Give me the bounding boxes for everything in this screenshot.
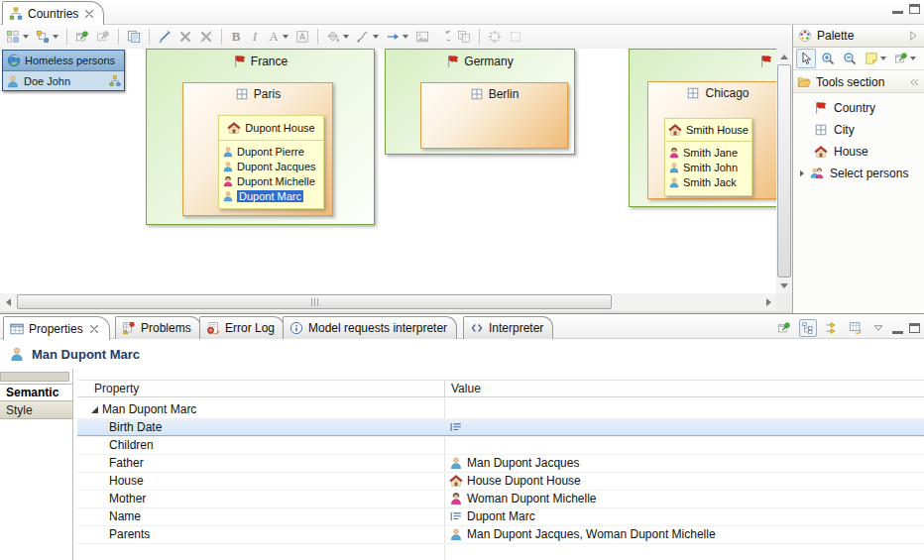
city-title[interactable]: Chicago xyxy=(648,82,776,100)
pin-view-button[interactable] xyxy=(775,319,793,337)
sync-table-button[interactable] xyxy=(847,319,865,337)
column-value[interactable]: Value xyxy=(444,381,924,396)
chevron-down-icon[interactable] xyxy=(23,35,29,39)
pin-tool-button[interactable] xyxy=(891,49,919,68)
node-city-paris[interactable]: Paris Dupont House Dupont Pierre xyxy=(182,82,333,216)
horizontal-scroll-thumb[interactable] xyxy=(17,294,612,309)
tree-layout-button[interactable] xyxy=(799,319,817,337)
node-person[interactable]: Smith John xyxy=(668,160,750,174)
tab-style[interactable]: Style xyxy=(0,401,72,419)
italic-button[interactable]: I xyxy=(247,27,263,47)
bold-button[interactable]: B xyxy=(228,27,244,47)
chevron-down-icon[interactable] xyxy=(910,56,916,60)
table-row[interactable]: Father Man Dupont Jacques xyxy=(77,454,924,472)
view-menu-button[interactable] xyxy=(870,320,886,336)
chevron-down-icon[interactable] xyxy=(880,56,886,60)
node-homeless-persons[interactable]: Homeless persons Doe John xyxy=(2,50,125,91)
palette-item-city[interactable]: City xyxy=(793,119,924,141)
delete-from-model-button[interactable] xyxy=(197,28,215,46)
node-person-selected[interactable]: Dupont Marc xyxy=(222,188,321,203)
scroll-down-button[interactable] xyxy=(776,278,792,293)
table-row[interactable]: Name Dupont Marc xyxy=(77,507,924,525)
font-color-button[interactable]: A xyxy=(266,27,290,47)
pin-elements-button[interactable] xyxy=(73,28,91,46)
palette-item-country[interactable]: Country xyxy=(793,97,924,119)
horizontal-scrollbar[interactable] xyxy=(0,293,776,311)
palette-item-house[interactable]: House xyxy=(793,141,924,163)
show-advanced-button[interactable] xyxy=(823,319,841,337)
palette-section-tools[interactable]: Tools section xyxy=(793,72,924,93)
city-title[interactable]: Paris xyxy=(183,83,332,101)
homeless-persons-header[interactable]: Homeless persons xyxy=(3,51,124,71)
node-doe-john[interactable]: Doe John xyxy=(3,71,124,90)
table-row[interactable]: House House Dupont House xyxy=(77,472,924,490)
tab-properties[interactable]: Properties xyxy=(3,316,110,340)
node-country-germany[interactable]: Germany Berlin xyxy=(385,49,575,155)
expander-expanded-icon[interactable] xyxy=(91,406,98,413)
table-row[interactable]: Children xyxy=(77,436,924,454)
collapse-all-icon[interactable] xyxy=(908,76,920,88)
node-person[interactable]: Smith Jack xyxy=(668,174,750,189)
palette-item-select-persons[interactable]: Select persons xyxy=(793,163,924,184)
tab-interpreter[interactable]: Interpreter xyxy=(463,316,553,339)
expander-icon[interactable] xyxy=(800,170,804,176)
copy-layout-button[interactable] xyxy=(455,28,473,46)
minimize-view-icon[interactable] xyxy=(892,324,903,334)
house-header[interactable]: Dupont House xyxy=(219,116,323,141)
layers-button[interactable] xyxy=(4,28,31,46)
set-image-button[interactable] xyxy=(413,28,431,46)
unpin-elements-button[interactable] xyxy=(94,28,112,46)
tab-model-requests-interpreter[interactable]: Model requests interpreter xyxy=(283,316,457,339)
column-property[interactable]: Property xyxy=(77,381,444,396)
auto-size-button[interactable] xyxy=(486,28,504,46)
reset-style-button[interactable] xyxy=(434,28,452,46)
vertical-scrollbar[interactable] xyxy=(776,49,792,293)
country-title[interactable]: U xyxy=(630,50,776,69)
node-person[interactable]: Dupont Pierre xyxy=(222,144,321,159)
tab-error-log[interactable]: Error Log xyxy=(199,316,285,339)
house-header[interactable]: Smith House xyxy=(665,119,751,142)
scroll-left-button[interactable] xyxy=(0,293,16,311)
city-title[interactable]: Berlin xyxy=(421,83,567,101)
tab-countries[interactable]: Countries xyxy=(2,1,104,25)
node-city-berlin[interactable]: Berlin xyxy=(420,82,568,149)
zoom-out-button[interactable] xyxy=(840,49,860,68)
palette-header[interactable]: Palette xyxy=(793,25,924,48)
node-person[interactable]: Smith Jane xyxy=(668,145,750,160)
palette-expand-icon[interactable] xyxy=(907,30,919,42)
table-row[interactable]: Birth Date xyxy=(77,418,924,436)
chevron-down-icon[interactable] xyxy=(53,35,58,39)
select-tool-button[interactable] xyxy=(796,49,816,68)
hide-element-button[interactable] xyxy=(156,28,173,46)
tab-problems[interactable]: Problems xyxy=(115,316,201,339)
diagram-link-icon[interactable] xyxy=(109,75,121,87)
snap-to-grid-button[interactable] xyxy=(507,28,524,46)
node-house-dupont[interactable]: Dupont House Dupont Pierre Dupont Jacque… xyxy=(218,115,324,209)
table-row-root[interactable]: Man Dupont Marc xyxy=(77,400,924,418)
tab-semantic[interactable]: Semantic xyxy=(0,384,72,401)
node-person[interactable]: Dupont Jacques xyxy=(222,159,321,173)
filters-button[interactable] xyxy=(34,28,60,46)
chevron-down-icon[interactable] xyxy=(373,35,379,39)
country-title[interactable]: Germany xyxy=(386,50,574,69)
node-city-chicago[interactable]: Chicago Smith House Smith Jane xyxy=(647,81,776,199)
vertical-scroll-thumb[interactable] xyxy=(777,64,791,278)
delete-button[interactable] xyxy=(176,28,194,46)
node-house-smith[interactable]: Smith House Smith Jane Smith John xyxy=(664,118,752,196)
copy-appearance-button[interactable] xyxy=(125,28,143,46)
table-row[interactable]: Parents Man Dupont Jacques, Woman Dupont… xyxy=(77,525,924,543)
table-row[interactable]: Mother Woman Dupont Michelle xyxy=(77,490,924,507)
scroll-right-button[interactable] xyxy=(760,293,776,311)
node-person[interactable]: Dupont Michelle xyxy=(222,173,321,188)
chevron-down-icon[interactable] xyxy=(403,35,408,39)
close-icon[interactable] xyxy=(88,323,100,335)
node-country-france[interactable]: France Paris Dupont House Dupont Pierr xyxy=(146,49,375,225)
maximize-view-icon[interactable] xyxy=(909,323,920,333)
zoom-in-button[interactable] xyxy=(818,49,838,68)
chevron-down-icon[interactable] xyxy=(343,35,349,39)
line-color-button[interactable] xyxy=(354,28,381,46)
note-tool-button[interactable] xyxy=(862,49,889,68)
font-dialog-button[interactable] xyxy=(293,28,311,46)
arrow-type-button[interactable] xyxy=(384,28,410,46)
close-icon[interactable] xyxy=(83,8,95,20)
